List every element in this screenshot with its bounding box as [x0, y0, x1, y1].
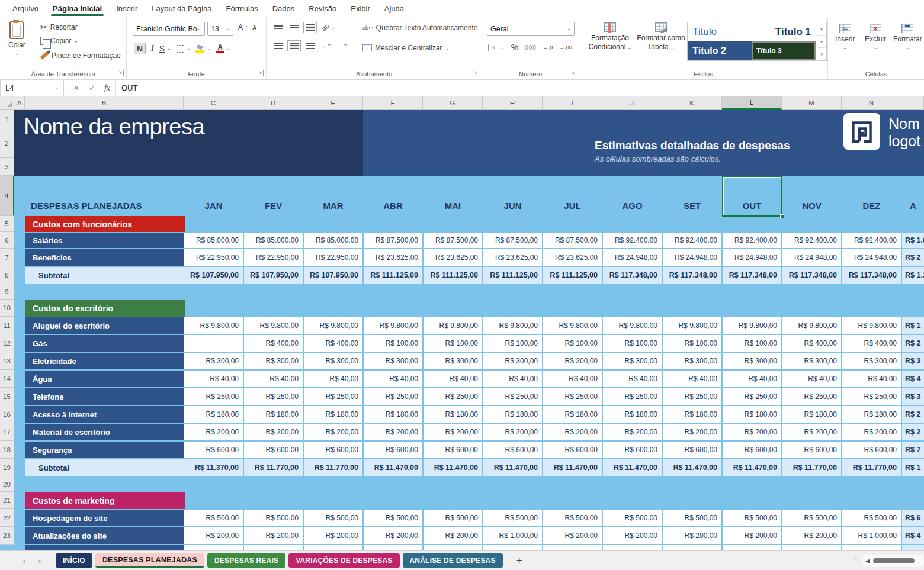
cell[interactable]: R$ 400,00 [842, 335, 901, 352]
cell[interactable]: R$ 200,00 [543, 527, 602, 544]
menu-tab-ajuda[interactable]: Ajuda [378, 1, 410, 16]
cell[interactable]: R$ 600,00 [483, 442, 542, 458]
decrease-indent-icon[interactable]: ←≡ [322, 43, 331, 49]
cell[interactable]: R$ 500,00 [184, 510, 243, 526]
row-label[interactable]: Eletricidade [25, 353, 184, 369]
row-label[interactable]: Material de escritório [25, 424, 184, 440]
cell-annual-partial[interactable]: R$ 3 [902, 388, 924, 405]
sheet-nav-right-icon[interactable]: › [32, 556, 47, 566]
cell[interactable]: R$ 200,00 [244, 424, 303, 440]
cell[interactable]: R$ 22.950,00 [184, 249, 243, 266]
cell[interactable]: R$ 300,00 [842, 353, 901, 369]
cell[interactable]: R$ 600,00 [603, 442, 662, 458]
column-header-I[interactable]: I [543, 96, 602, 110]
row-header-23[interactable]: 23 [0, 527, 14, 545]
cell[interactable]: R$ 11.470,00 [424, 459, 482, 476]
cell[interactable]: R$ 500,00 [304, 510, 362, 526]
gallery-up-icon[interactable]: ▲ [817, 22, 826, 36]
cell[interactable]: R$ 24.948,00 [603, 249, 662, 266]
cell[interactable]: R$ 400,00 [304, 335, 362, 352]
column-header-F[interactable]: F [363, 96, 423, 110]
font-size-select[interactable]: 13 ⌄ [207, 22, 233, 36]
cell[interactable]: R$ 11.470,00 [723, 459, 781, 476]
cell[interactable]: R$ 11.770,00 [842, 459, 901, 476]
row-label[interactable]: Benefícios [25, 249, 184, 266]
month-header-MAI[interactable]: MAI [423, 201, 483, 211]
sheet-tab-despesas-planejadas[interactable]: DESPESAS PLANEJADAS [95, 553, 204, 568]
row-label[interactable]: Hospedagem de site [25, 510, 184, 526]
cell-partial[interactable] [663, 545, 721, 550]
cell[interactable]: R$ 92.400,00 [782, 233, 841, 248]
cell[interactable]: R$ 87.500,00 [424, 233, 482, 248]
row-header-7[interactable]: 7 [0, 249, 14, 266]
decrease-font-button[interactable]: Aˇ [250, 23, 264, 33]
align-left-icon[interactable] [274, 43, 283, 49]
cell[interactable]: R$ 600,00 [304, 442, 362, 458]
borders-icon[interactable] [177, 45, 184, 53]
name-box[interactable]: L4 ⌄ [0, 80, 64, 96]
cell[interactable]: R$ 40,00 [723, 371, 781, 387]
font-color-icon[interactable]: A [216, 44, 224, 53]
cell[interactable]: R$ 9.800,00 [364, 317, 422, 334]
section-header-2[interactable]: Custos do escritório [25, 300, 185, 317]
cell[interactable]: R$ 92.400,00 [723, 233, 781, 248]
cell[interactable]: R$ 500,00 [723, 510, 781, 526]
select-all-corner[interactable] [0, 96, 14, 110]
cell[interactable]: R$ 180,00 [723, 406, 781, 423]
cell[interactable]: R$ 180,00 [184, 406, 243, 423]
subtotal-label[interactable]: Subtotal [25, 267, 184, 284]
cell-partial[interactable] [782, 545, 841, 550]
cell[interactable]: R$ 40,00 [483, 371, 542, 387]
cell[interactable]: R$ 9.800,00 [424, 317, 482, 334]
cell-annual-partial[interactable]: R$ 2 [902, 249, 924, 266]
cell[interactable]: R$ 107.950,00 [244, 267, 303, 284]
cell[interactable]: R$ 9.800,00 [842, 317, 901, 334]
cell[interactable]: R$ 200,00 [663, 527, 721, 544]
dialog-launcher-icon[interactable]: ↘ [117, 70, 124, 76]
row-header-10[interactable]: 10 [0, 300, 14, 317]
cell[interactable]: R$ 11.470,00 [543, 459, 602, 476]
column-header-K[interactable]: K [662, 96, 722, 110]
cell[interactable]: R$ 180,00 [603, 406, 662, 423]
cell[interactable]: R$ 40,00 [842, 371, 901, 387]
cell[interactable]: R$ 9.800,00 [304, 317, 362, 334]
cell[interactable]: R$ 85.000,00 [244, 233, 303, 248]
cell[interactable]: R$ 600,00 [244, 442, 303, 458]
cell[interactable]: R$ 9.800,00 [184, 317, 243, 334]
row-header-5[interactable]: 5 [0, 216, 14, 232]
month-header-DEZ[interactable]: DEZ [842, 201, 901, 211]
cell[interactable]: R$ 500,00 [543, 510, 602, 526]
cell[interactable]: R$ 92.400,00 [842, 233, 901, 248]
column-header-B[interactable]: B [25, 96, 184, 110]
cell[interactable]: R$ 40,00 [424, 371, 482, 387]
cell[interactable]: R$ 500,00 [424, 510, 482, 526]
cell-annual-partial[interactable]: R$ 2 [902, 406, 924, 423]
cell[interactable]: R$ 500,00 [603, 510, 662, 526]
horizontal-scrollbar[interactable]: ◀ [862, 555, 924, 567]
cell[interactable]: R$ 200,00 [364, 424, 422, 440]
section-header-1[interactable]: Custos com funcionários [25, 216, 185, 232]
cell[interactable]: R$ 100,00 [543, 335, 602, 352]
row-label[interactable]: Atualizações do site [25, 527, 184, 544]
month-header-AGO[interactable]: AGO [602, 201, 662, 211]
table-title[interactable]: DESPESAS PLANEJADAS [31, 201, 142, 211]
month-header-NOV[interactable]: NOV [782, 201, 842, 211]
cell[interactable]: R$ 300,00 [723, 353, 781, 369]
month-header-JUN[interactable]: JUN [483, 201, 543, 211]
cell[interactable]: R$ 85.000,00 [304, 233, 362, 248]
cell[interactable]: R$ 200,00 [424, 527, 482, 544]
cell[interactable]: R$ 200,00 [244, 527, 303, 544]
paste-button[interactable]: Colar ⌄ [8, 21, 25, 56]
cell[interactable]: R$ 250,00 [364, 388, 422, 405]
conditional-formatting-button[interactable]: FormataçãoCondicional ⌄ [586, 22, 634, 52]
italic-button[interactable]: I [151, 44, 154, 53]
cell[interactable]: R$ 180,00 [842, 406, 901, 423]
cell[interactable]: R$ 500,00 [663, 510, 721, 526]
copy-button[interactable]: Copiar ⌄ [38, 36, 123, 46]
accounting-format-icon[interactable]: $ [488, 44, 498, 51]
cell[interactable]: R$ 11.470,00 [364, 459, 422, 476]
cell[interactable]: R$ 117.348,00 [842, 267, 901, 284]
column-header-N[interactable]: N [842, 96, 901, 110]
cell-partial[interactable] [184, 545, 243, 550]
cell[interactable]: R$ 300,00 [304, 353, 362, 369]
